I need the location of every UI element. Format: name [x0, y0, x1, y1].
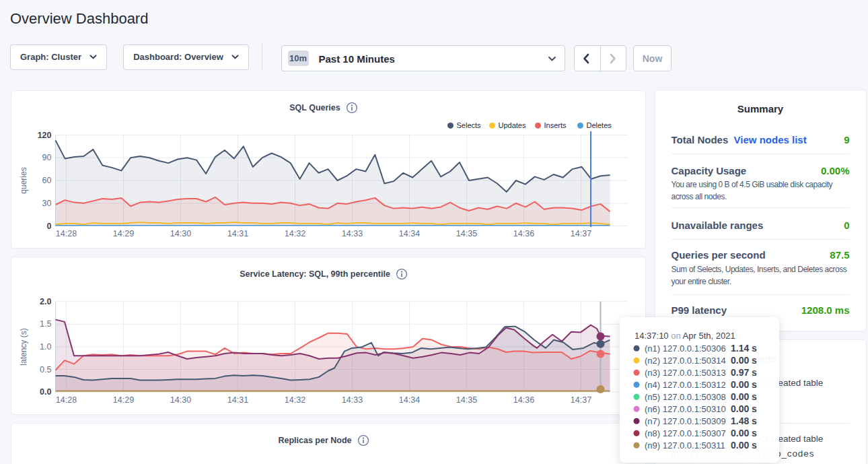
svg-text:120: 120 — [37, 130, 51, 139]
svg-text:0.00: 0.00 — [731, 440, 749, 451]
svg-text:s: s — [752, 343, 757, 354]
svg-text:14:29: 14:29 — [112, 395, 133, 404]
svg-text:(n9) 127.0.0.1:50311: (n9) 127.0.0.1:50311 — [645, 440, 725, 451]
svg-text:Inserts: Inserts — [544, 121, 567, 129]
svg-text:Selects: Selects — [456, 121, 481, 129]
svg-text:s: s — [752, 416, 757, 426]
svg-text:90: 90 — [42, 153, 51, 162]
svg-text:14:36: 14:36 — [513, 395, 534, 404]
svg-text:(n1) 127.0.0.1:50306: (n1) 127.0.0.1:50306 — [645, 343, 726, 354]
svg-text:14:31: 14:31 — [227, 228, 248, 238]
svg-text:14:32: 14:32 — [284, 228, 305, 238]
svg-text:2.0: 2.0 — [40, 296, 51, 306]
svg-text:1.14: 1.14 — [731, 343, 749, 354]
svg-text:s: s — [752, 428, 757, 438]
svg-text:s: s — [752, 367, 757, 378]
svg-text:0.00: 0.00 — [731, 428, 749, 438]
svg-text:1.48: 1.48 — [731, 416, 749, 426]
svg-text:14:35: 14:35 — [456, 395, 476, 404]
svg-text:14:28: 14:28 — [55, 228, 76, 238]
svg-text:(n4) 127.0.0.1:50312: (n4) 127.0.0.1:50312 — [645, 380, 726, 390]
svg-text:14:37: 14:37 — [570, 395, 591, 404]
svg-text:14:37: 14:37 — [570, 228, 591, 238]
svg-text:(n5) 127.0.0.1:50308: (n5) 127.0.0.1:50308 — [645, 392, 726, 402]
svg-text:60: 60 — [42, 176, 51, 185]
svg-text:14:34: 14:34 — [398, 228, 419, 238]
svg-text:(n8) 127.0.0.1:50307: (n8) 127.0.0.1:50307 — [645, 428, 726, 438]
svg-text:14:30: 14:30 — [170, 228, 190, 238]
svg-text:14:32: 14:32 — [284, 395, 305, 404]
svg-text:s: s — [752, 440, 757, 451]
svg-text:s: s — [752, 391, 757, 402]
svg-text:s: s — [752, 403, 757, 414]
svg-text:0.97: 0.97 — [731, 367, 749, 378]
svg-text:Deletes: Deletes — [586, 121, 612, 129]
svg-text:30: 30 — [42, 198, 51, 207]
svg-text:1.0: 1.0 — [40, 341, 51, 351]
svg-text:(n2) 127.0.0.1:50314: (n2) 127.0.0.1:50314 — [645, 356, 726, 366]
svg-text:0: 0 — [46, 221, 51, 230]
svg-text:latency (s): latency (s) — [19, 328, 28, 365]
svg-text:(n6) 127.0.0.1:50310: (n6) 127.0.0.1:50310 — [645, 404, 726, 414]
svg-text:14:36: 14:36 — [513, 228, 534, 238]
svg-text:0.0: 0.0 — [40, 387, 51, 397]
svg-text:14:28: 14:28 — [55, 395, 76, 404]
svg-text:14:33: 14:33 — [341, 228, 362, 238]
svg-text:(n7) 127.0.0.1:50309: (n7) 127.0.0.1:50309 — [645, 416, 726, 426]
svg-text:14:33: 14:33 — [341, 395, 362, 404]
svg-text:14:30: 14:30 — [170, 395, 190, 404]
svg-text:s: s — [752, 379, 757, 390]
svg-text:s: s — [752, 355, 757, 366]
svg-text:14:34: 14:34 — [398, 395, 419, 404]
svg-text:14:35: 14:35 — [456, 228, 476, 238]
svg-text:14:29: 14:29 — [112, 228, 133, 238]
svg-text:0.00: 0.00 — [731, 355, 749, 366]
svg-text:0.00: 0.00 — [731, 379, 749, 390]
svg-text:0.00: 0.00 — [731, 391, 749, 402]
svg-text:1.5: 1.5 — [40, 319, 51, 329]
svg-text:0.00: 0.00 — [731, 403, 749, 414]
svg-text:(n3) 127.0.0.1:50313: (n3) 127.0.0.1:50313 — [645, 368, 726, 378]
svg-text:0.5: 0.5 — [40, 364, 51, 374]
svg-text:14:31: 14:31 — [227, 395, 248, 404]
svg-text:Updates: Updates — [498, 121, 526, 129]
svg-text:queries: queries — [19, 167, 28, 193]
